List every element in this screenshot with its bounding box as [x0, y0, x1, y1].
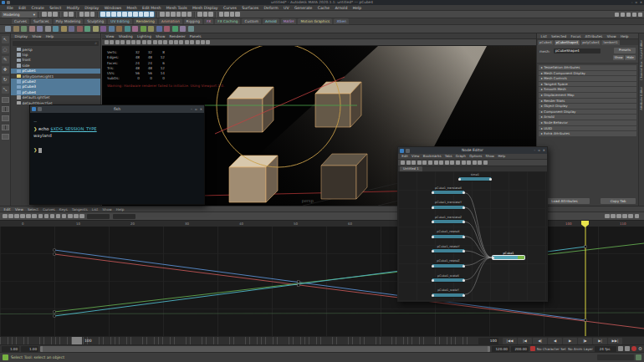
shelf-tab-surfaces[interactable]: Surfaces — [31, 18, 52, 24]
viewport-menu-view[interactable]: View — [104, 33, 116, 38]
shelf-tab-animation[interactable]: Animation — [159, 18, 182, 24]
node-output-port-icon[interactable] — [463, 265, 465, 268]
node-input-port-icon[interactable] — [432, 265, 434, 268]
node-editor-canvas[interactable]: time1pCube1_translateXpCube1_translateYp… — [398, 171, 547, 302]
node-input-port-icon[interactable] — [432, 206, 434, 209]
menu-surfaces[interactable]: Surfaces — [239, 5, 261, 11]
node-output-port-icon[interactable] — [463, 236, 465, 238]
terminal-minimize-button[interactable]: – — [191, 105, 192, 113]
menu-arnold[interactable]: Arnold — [332, 5, 350, 11]
graph-center-current-icon[interactable] — [50, 214, 55, 219]
lasso-tool-icon[interactable]: ◌ — [2, 46, 9, 54]
menu-create[interactable]: Create — [28, 5, 47, 11]
shelf-icon-7[interactable] — [53, 26, 59, 32]
shelf-icon-24[interactable] — [188, 26, 194, 32]
output-connections-icon[interactable] — [203, 12, 208, 17]
terminal-output[interactable]: ~ ❯ echo $XDG_SESSION_TYPE wayland ❯ — [30, 113, 204, 159]
grid-toggle-icon[interactable] — [142, 40, 146, 44]
normalize-curves-icon[interactable] — [622, 214, 627, 219]
ae-section-object-display[interactable]: ▸ Object Display — [539, 104, 636, 109]
node-editor-titlebar[interactable]: Node Editor –▫✕ — [398, 147, 547, 154]
ae-menu-list[interactable]: List — [539, 33, 549, 38]
step-tangent-icon[interactable] — [79, 214, 84, 219]
workspace-icon[interactable] — [636, 354, 641, 360]
select-surfaces-icon[interactable] — [117, 12, 122, 17]
ne-pin-icon[interactable] — [478, 161, 482, 165]
anim-layer-menu[interactable]: No Anim Layer — [568, 347, 593, 351]
select-object-icon[interactable] — [84, 12, 89, 17]
ge-menu-help[interactable]: Help — [114, 206, 126, 212]
shelf-tab-fx-caching[interactable]: FX Caching — [215, 18, 240, 24]
shelf-icon-21[interactable] — [164, 26, 170, 32]
ne-clear-graph-icon[interactable] — [439, 161, 443, 165]
node-bar[interactable] — [432, 263, 465, 268]
ne-graph-both-icon[interactable] — [434, 161, 438, 165]
pre-infinity-icon[interactable] — [605, 214, 610, 219]
select-misc-icon[interactable] — [139, 12, 144, 17]
menu-select[interactable]: Select — [47, 5, 64, 11]
graph-add-key-icon[interactable] — [14, 214, 19, 219]
rotate-tool-icon[interactable]: ↻ — [2, 76, 9, 84]
node-bar[interactable] — [432, 234, 465, 239]
ne-menu-view[interactable]: View — [410, 154, 422, 159]
lock-camera-icon[interactable] — [110, 40, 114, 44]
node-pcube1-scalex[interactable]: pCube1_scaleX — [432, 274, 465, 283]
shelf-icon-14[interactable] — [109, 26, 115, 32]
outliner-menu-display[interactable]: Display — [13, 33, 30, 38]
terminal-window[interactable]: fish –▫✕ ~ ❯ echo $XDG_SESSION_TYPE wayl… — [29, 105, 205, 205]
redo-icon[interactable] — [69, 12, 74, 17]
open-scene-icon[interactable] — [48, 12, 53, 17]
node-pcube1-translatey[interactable]: pCube1_translateY — [432, 201, 465, 210]
shelf-icon-2[interactable] — [13, 26, 19, 32]
menu-modify[interactable]: Modify — [64, 5, 83, 11]
ne-menu-graph[interactable]: Graph — [454, 154, 468, 159]
shelf-icon-11[interactable] — [84, 26, 90, 32]
ge-menu-edit[interactable]: Edit — [2, 206, 13, 212]
shelf-icon-20[interactable] — [156, 26, 162, 32]
node-pcube1-rotatex[interactable]: pCube1_rotateX — [432, 230, 465, 239]
tool-settings-toggle-icon[interactable] — [626, 13, 631, 18]
step-back-key-button[interactable]: |◀ — [518, 338, 532, 344]
node-input-port-icon[interactable] — [458, 178, 461, 181]
node-time1[interactable]: time1 — [458, 173, 492, 182]
presets-button[interactable]: Presets — [614, 48, 636, 54]
graph-insert-key-icon[interactable] — [8, 214, 13, 219]
ne-menu-bookmarks[interactable]: Bookmarks — [422, 154, 443, 159]
node-input-port-icon[interactable] — [432, 294, 434, 297]
node-bar[interactable] — [458, 176, 492, 181]
select-hierarchy-icon[interactable] — [79, 12, 84, 17]
shelf-icon-23[interactable] — [180, 26, 186, 32]
terminal-menu-icon[interactable] — [38, 107, 42, 111]
node-output-port-icon[interactable] — [463, 221, 465, 223]
graph-frame-all-icon[interactable] — [38, 214, 43, 219]
step-forward-frame-button[interactable]: |▶ — [578, 338, 592, 344]
menu-cache[interactable]: Cache — [315, 5, 333, 11]
ae-section-mesh-component-display[interactable]: ▸ Mesh Component Display — [539, 71, 636, 76]
shelf-icon-6[interactable] — [45, 26, 51, 32]
shelf-icon-19[interactable] — [148, 26, 154, 32]
ge-menu-curves[interactable]: Curves — [41, 206, 58, 212]
play-forwards-button[interactable]: ▶ — [563, 338, 577, 344]
shelf-icon-9[interactable] — [69, 26, 74, 32]
launch-render-view-icon[interactable] — [235, 12, 240, 17]
ae-section-extra-attributes[interactable]: ▸ Extra Attributes — [539, 131, 636, 136]
menu-mesh-tools[interactable]: Mesh Tools — [164, 5, 190, 11]
ge-menu-keys[interactable]: Keys — [57, 206, 69, 212]
shelf-icon-8[interactable] — [61, 26, 67, 32]
shelf-tab-motion-graphics[interactable]: Motion Graphics — [298, 18, 332, 24]
flat-tangent-icon[interactable] — [74, 214, 79, 219]
outliner-menu-help[interactable]: Help — [43, 33, 56, 38]
node-output-port-icon[interactable] — [463, 206, 465, 209]
menu-uv[interactable]: UV — [281, 5, 292, 11]
shelf-tab-poly-modeling[interactable]: Poly Modeling — [54, 18, 84, 24]
node-bar[interactable] — [432, 205, 465, 210]
ae-menu-selected[interactable]: Selected — [549, 33, 569, 38]
ne-duplicate-icon[interactable] — [406, 161, 411, 165]
shelf-tab-sculpting[interactable]: Sculpting — [84, 18, 106, 24]
ne-add-selected-icon[interactable] — [417, 161, 422, 165]
terminal-titlebar[interactable]: fish –▫✕ — [30, 105, 204, 113]
node-bar[interactable] — [432, 248, 465, 253]
layout-four-view-button[interactable] — [2, 106, 9, 112]
current-frame-field[interactable]: 100 — [478, 338, 498, 344]
node-pcube1[interactable]: pCube1 — [492, 252, 525, 261]
